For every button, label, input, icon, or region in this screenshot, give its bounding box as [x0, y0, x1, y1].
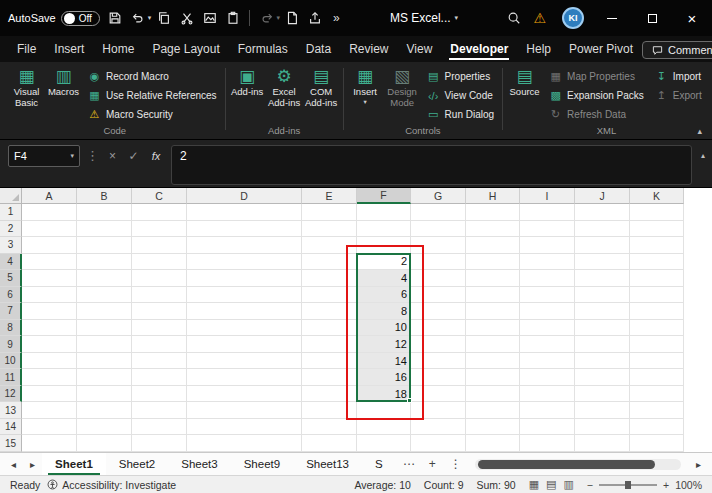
cell-g5[interactable]: [411, 270, 466, 287]
cell-h7[interactable]: [466, 303, 520, 320]
toolbar-overflow-button[interactable]: »: [327, 11, 346, 25]
undo-menu-caret-icon[interactable]: ▾: [148, 14, 152, 22]
column-header-i[interactable]: I: [520, 188, 575, 204]
cell-e1[interactable]: [302, 204, 357, 221]
search-button[interactable]: [502, 6, 525, 30]
cell-g7[interactable]: [411, 303, 466, 320]
cell-k14[interactable]: [630, 419, 684, 436]
cell-g15[interactable]: [411, 435, 466, 452]
cell-c11[interactable]: [132, 369, 187, 386]
cell-g8[interactable]: [411, 320, 466, 337]
row-header-10[interactable]: 10: [0, 353, 22, 370]
cell-j9[interactable]: [575, 336, 630, 353]
cell-h3[interactable]: [466, 237, 520, 254]
cell-c7[interactable]: [132, 303, 187, 320]
cell-d5[interactable]: [187, 270, 302, 287]
row-header-4[interactable]: 4: [0, 254, 22, 271]
normal-view-icon[interactable]: ▦: [529, 478, 539, 491]
column-header-b[interactable]: B: [77, 188, 132, 204]
cell-d9[interactable]: [187, 336, 302, 353]
cell-h4[interactable]: [466, 254, 520, 271]
cell-h10[interactable]: [466, 353, 520, 370]
cell-d4[interactable]: [187, 254, 302, 271]
cell-e10[interactable]: [302, 353, 357, 370]
cell-e4[interactable]: [302, 254, 357, 271]
column-header-g[interactable]: G: [411, 188, 466, 204]
cell-b11[interactable]: [77, 369, 132, 386]
cell-d13[interactable]: [187, 402, 302, 419]
column-header-a[interactable]: A: [22, 188, 77, 204]
cell-i11[interactable]: [520, 369, 575, 386]
cell-d15[interactable]: [187, 435, 302, 452]
row-header-13[interactable]: 13: [0, 402, 22, 419]
column-header-f[interactable]: F: [357, 188, 411, 204]
row-header-5[interactable]: 5: [0, 270, 22, 287]
cell-f11[interactable]: 16: [357, 369, 411, 386]
select-all-corner[interactable]: [0, 188, 22, 204]
cell-a2[interactable]: [22, 221, 77, 238]
cell-g9[interactable]: [411, 336, 466, 353]
cell-k1[interactable]: [630, 204, 684, 221]
cell-a3[interactable]: [22, 237, 77, 254]
cell-a4[interactable]: [22, 254, 77, 271]
cell-a10[interactable]: [22, 353, 77, 370]
cell-j8[interactable]: [575, 320, 630, 337]
row-header-12[interactable]: 12: [0, 386, 22, 403]
cell-k6[interactable]: [630, 287, 684, 304]
copy-button[interactable]: [152, 6, 175, 30]
cell-b5[interactable]: [77, 270, 132, 287]
cell-b1[interactable]: [77, 204, 132, 221]
cell-i13[interactable]: [520, 402, 575, 419]
cell-g12[interactable]: [411, 386, 466, 403]
cell-i1[interactable]: [520, 204, 575, 221]
cell-b12[interactable]: [77, 386, 132, 403]
column-header-e[interactable]: E: [302, 188, 357, 204]
cell-c12[interactable]: [132, 386, 187, 403]
cell-j12[interactable]: [575, 386, 630, 403]
excel-add-ins-button[interactable]: ⚙Excel Add-ins: [266, 64, 303, 109]
cell-c4[interactable]: [132, 254, 187, 271]
cell-g1[interactable]: [411, 204, 466, 221]
cell-e7[interactable]: [302, 303, 357, 320]
comments-button[interactable]: Comments: [642, 41, 712, 59]
accessibility-status[interactable]: Accessibility: Investigate: [47, 479, 176, 491]
cell-h1[interactable]: [466, 204, 520, 221]
tab-file[interactable]: File: [8, 38, 45, 62]
zoom-in-icon[interactable]: +: [663, 479, 669, 491]
row-header-8[interactable]: 8: [0, 320, 22, 337]
cell-c2[interactable]: [132, 221, 187, 238]
cell-j15[interactable]: [575, 435, 630, 452]
cell-a7[interactable]: [22, 303, 77, 320]
cell-e15[interactable]: [302, 435, 357, 452]
cell-g10[interactable]: [411, 353, 466, 370]
properties-button[interactable]: ▤Properties: [424, 67, 497, 86]
tab-home[interactable]: Home: [93, 38, 143, 62]
cell-j11[interactable]: [575, 369, 630, 386]
formula-input[interactable]: 2: [171, 145, 692, 185]
picture-button[interactable]: [198, 6, 221, 30]
cell-i2[interactable]: [520, 221, 575, 238]
maximize-button[interactable]: [632, 0, 672, 36]
cell-k13[interactable]: [630, 402, 684, 419]
column-header-c[interactable]: C: [132, 188, 187, 204]
cell-d1[interactable]: [187, 204, 302, 221]
cell-f6[interactable]: 6: [357, 287, 411, 304]
cell-j2[interactable]: [575, 221, 630, 238]
redo-button[interactable]: [255, 6, 278, 30]
cell-e8[interactable]: [302, 320, 357, 337]
cell-k2[interactable]: [630, 221, 684, 238]
cell-b8[interactable]: [77, 320, 132, 337]
autosave-toggle[interactable]: AutoSave Off: [8, 11, 100, 26]
page-layout-view-icon[interactable]: ▤: [546, 478, 556, 491]
cell-a1[interactable]: [22, 204, 77, 221]
cell-h14[interactable]: [466, 419, 520, 436]
name-box[interactable]: F4 ▾: [8, 145, 80, 167]
refresh-data-button[interactable]: ↻Refresh Data: [546, 105, 647, 124]
cell-f15[interactable]: [357, 435, 411, 452]
com-add-ins-button[interactable]: ▤COM Add-ins: [303, 64, 340, 109]
cell-b2[interactable]: [77, 221, 132, 238]
undo-button[interactable]: [127, 6, 150, 30]
macro-security-button[interactable]: ⚠Macro Security: [85, 105, 220, 124]
cell-a9[interactable]: [22, 336, 77, 353]
add-ins-button[interactable]: ▣Add-ins: [229, 64, 266, 98]
